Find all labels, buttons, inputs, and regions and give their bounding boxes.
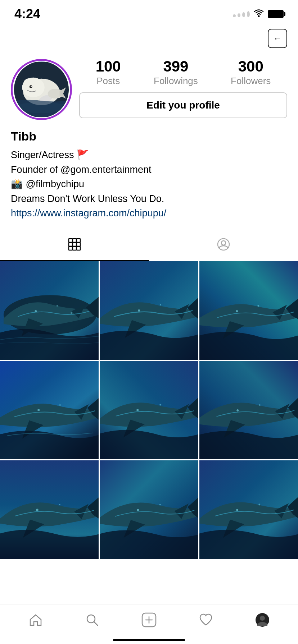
followings-stat[interactable]: 399 Followings [154,59,198,87]
stats-container: 100 Posts 399 Followings 300 Followers E… [79,59,287,118]
bio-line2: Founder of @gom.entertainment [11,162,287,177]
heart-icon [198,612,213,629]
grid-cell-7[interactable] [0,460,99,559]
bio-line4: Dreams Don't Work Unless You Do. [11,192,287,206]
grid-cell-3[interactable] [199,261,298,360]
avatar [14,61,69,118]
stats-row: 100 Posts 399 Followings 300 Followers [79,59,287,87]
svg-point-26 [71,312,72,314]
svg-point-53 [137,509,139,511]
profile-nav-icon [255,612,270,629]
edit-profile-button[interactable]: Edit you profile [79,92,287,118]
battery-icon [268,10,284,18]
status-icons [233,8,284,20]
posts-label: Posts [96,75,120,87]
svg-rect-14 [73,243,76,246]
profile-bio: Singer/Actress 🚩 Founder of @gom.enterta… [11,148,287,221]
followers-label: Followers [231,75,271,87]
svg-point-46 [259,404,261,406]
wifi-icon [253,8,264,20]
profile-tab-icon [217,238,230,254]
nav-add[interactable] [136,612,162,630]
followings-label: Followings [154,75,198,87]
bottom-nav [0,604,298,644]
status-bar: 4:24 [0,0,298,25]
svg-point-30 [160,304,161,305]
search-icon [85,612,100,629]
svg-point-54 [159,504,161,505]
avatar-ring [11,59,72,120]
svg-rect-18 [77,247,80,250]
svg-point-33 [236,310,238,312]
svg-rect-13 [69,243,72,246]
grid-cell-2[interactable] [100,261,198,360]
svg-point-29 [138,309,140,312]
svg-point-49 [36,509,39,511]
svg-point-50 [59,504,60,505]
svg-point-45 [236,409,239,411]
tab-bar [0,231,298,261]
grid-cell-8[interactable] [100,460,198,559]
back-icon: ← [273,33,282,43]
svg-point-0 [258,15,260,17]
svg-point-42 [159,404,161,405]
svg-rect-16 [69,247,72,250]
grid-cell-5[interactable] [100,361,198,459]
grid-cell-1[interactable] [0,261,99,360]
nav-search[interactable] [80,612,105,630]
followers-count: 300 [238,59,263,74]
svg-point-38 [59,404,61,406]
svg-rect-15 [77,243,80,246]
grid-cell-9[interactable] [199,460,298,559]
posts-count: 100 [96,59,121,74]
home-icon [28,612,43,629]
profile-header: 100 Posts 399 Followings 300 Followers E… [0,52,298,124]
avatar-container[interactable] [11,59,72,120]
grid-cell-6[interactable] [199,361,298,459]
bio-line5[interactable]: https://www.instagram.com/chipupu/ [11,206,287,221]
nav-profile[interactable] [250,612,275,630]
svg-point-25 [57,305,58,307]
profile-info: Tibb Singer/Actress 🚩 Founder of @gom.en… [0,124,298,228]
top-nav: ← [0,25,298,52]
add-icon [141,612,157,629]
svg-point-7 [31,86,32,87]
tab-profile[interactable] [149,231,298,261]
nav-heart[interactable] [193,612,218,630]
back-button[interactable]: ← [268,29,287,48]
bio-line3: 📸 @filmbychipu [11,177,287,192]
svg-rect-11 [73,239,76,242]
svg-point-64 [260,616,265,621]
tab-grid[interactable] [0,231,149,261]
home-indicator [113,639,185,641]
grid-cell-4[interactable] [0,361,99,459]
svg-rect-10 [69,239,72,242]
svg-point-20 [221,241,226,245]
nav-home[interactable] [23,612,48,630]
followers-stat[interactable]: 300 Followers [231,59,271,87]
bio-line1: Singer/Actress 🚩 [11,148,287,162]
profile-name: Tibb [11,129,287,143]
signal-icon [233,11,250,17]
svg-rect-17 [73,247,76,250]
svg-point-58 [258,503,260,505]
grid-icon [68,238,81,254]
svg-point-34 [257,305,259,307]
posts-stat[interactable]: 100 Posts [96,59,121,87]
svg-point-41 [136,409,139,411]
svg-rect-12 [77,239,80,242]
photo-grid [0,261,298,559]
svg-point-57 [236,509,238,511]
svg-point-37 [37,409,40,411]
followings-count: 399 [163,59,188,74]
status-time: 4:24 [14,6,40,22]
